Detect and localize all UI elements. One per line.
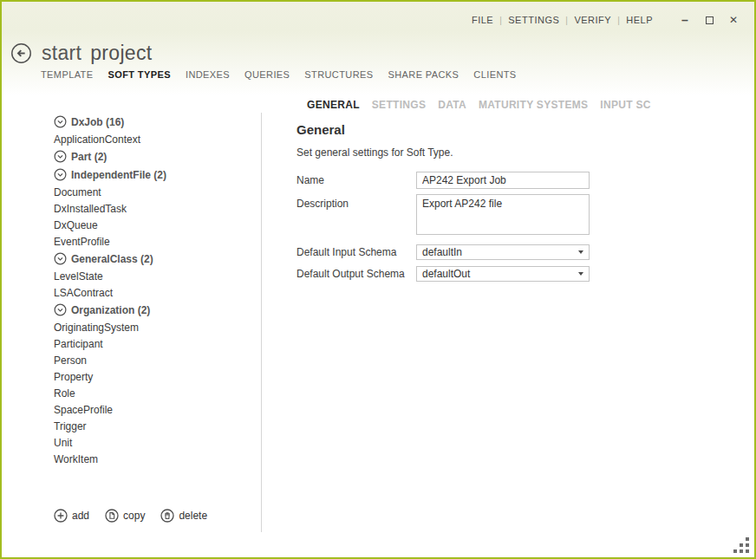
tree-group-generalclass[interactable]: GeneralClass (2) <box>54 250 253 268</box>
description-input[interactable]: Export AP242 file <box>416 194 590 235</box>
tab-settings[interactable]: SETTINGS <box>372 99 426 111</box>
default-output-schema-row: Default Output Schema defaultOut <box>297 266 590 282</box>
app-window: FILE | SETTINGS | VERIFY | HELP – ✕ star… <box>0 0 756 559</box>
tree-group-label: Part (2) <box>71 151 107 163</box>
page-title-secondary: project <box>90 42 152 64</box>
tab-soft-types[interactable]: SOFT TYPES <box>108 69 170 80</box>
tree-item-label: WorkItem <box>54 453 98 465</box>
tree-item-label: Trigger <box>54 420 87 432</box>
tab-clients[interactable]: CLIENTS <box>473 69 516 80</box>
tree-item-participant[interactable]: Participant <box>54 335 253 352</box>
description-row: Description Export AP242 file <box>297 194 590 235</box>
app-header: startproject <box>10 42 152 65</box>
menu-verify[interactable]: VERIFY <box>568 13 617 27</box>
tree-item-person[interactable]: Person <box>54 352 253 368</box>
tree-item-trigger[interactable]: Trigger <box>54 418 253 434</box>
tree-item-label: LevelState <box>54 270 103 283</box>
tab-general[interactable]: GENERAL <box>307 99 360 111</box>
tree-item-document[interactable]: Document <box>54 184 253 200</box>
tab-structures[interactable]: STRUCTURES <box>304 69 373 80</box>
resize-grip[interactable] <box>746 549 749 553</box>
tree-group-part[interactable]: Part (2) <box>54 147 253 166</box>
tree-item-applicationcontext[interactable]: ApplicationContext <box>54 131 253 147</box>
chevron-down-circle-icon[interactable] <box>54 115 67 128</box>
tree-item-label: Person <box>54 354 87 367</box>
tree-item-eventprofile[interactable]: EventProfile <box>54 233 253 250</box>
chevron-down-circle-icon[interactable] <box>54 252 67 265</box>
default-input-schema-row: Default Input Schema defaultIn <box>297 244 590 260</box>
tab-input-schemas[interactable]: INPUT SC <box>600 99 650 111</box>
tree-item-workitem[interactable]: WorkItem <box>54 451 253 467</box>
default-input-schema-select[interactable]: defaultIn <box>416 244 590 260</box>
tab-queries[interactable]: QUERIES <box>244 69 290 80</box>
default-output-schema-select[interactable]: defaultOut <box>416 266 590 282</box>
titlebar: FILE | SETTINGS | VERIFY | HELP – ✕ <box>466 11 746 29</box>
name-row: Name <box>297 172 590 189</box>
soft-type-tree: DxJob (16) ApplicationContext Part (2) I… <box>54 113 253 467</box>
tree-group-label: GeneralClass (2) <box>71 253 153 265</box>
menu-bar: FILE | SETTINGS | VERIFY | HELP <box>466 13 659 27</box>
tree-item-unit[interactable]: Unit <box>54 434 253 451</box>
minimize-button[interactable]: – <box>673 11 697 29</box>
tree-item-property[interactable]: Property <box>54 368 253 385</box>
tree-item-label: DxInstalledTask <box>54 203 127 215</box>
name-label: Name <box>297 174 416 186</box>
chevron-down-circle-icon[interactable] <box>54 150 67 163</box>
close-icon: ✕ <box>729 14 738 26</box>
maximize-icon <box>706 16 714 24</box>
tab-maturity-systems[interactable]: MATURITY SYSTEMS <box>479 99 588 111</box>
chevron-down-circle-icon[interactable] <box>54 168 67 181</box>
tree-group-organization[interactable]: Organization (2) <box>54 301 253 319</box>
tree-item-originatingsystem[interactable]: OriginatingSystem <box>54 319 253 335</box>
name-input[interactable] <box>416 172 590 189</box>
tree-item-levelstate[interactable]: LevelState <box>54 268 253 284</box>
back-button[interactable] <box>10 42 32 64</box>
page-title: startproject <box>42 42 152 65</box>
page-title-primary: start <box>42 42 81 64</box>
tab-data[interactable]: DATA <box>438 99 466 111</box>
trash-icon <box>160 509 174 523</box>
window-controls: – ✕ <box>673 11 746 29</box>
back-arrow-icon <box>10 42 32 64</box>
general-settings-form: Name Description Export AP242 file Defau… <box>297 172 590 282</box>
menu-help[interactable]: HELP <box>620 13 659 27</box>
menu-file[interactable]: FILE <box>466 13 499 27</box>
tree-item-label: ApplicationContext <box>54 133 140 146</box>
minimize-icon: – <box>681 17 688 23</box>
maximize-button[interactable] <box>697 11 721 29</box>
tab-share-packs[interactable]: SHARE PACKS <box>388 69 459 80</box>
copy-label: copy <box>123 510 145 522</box>
default-output-schema-value: defaultOut <box>422 268 470 280</box>
tree-item-dxinstalledtask[interactable]: DxInstalledTask <box>54 200 253 217</box>
close-button[interactable]: ✕ <box>721 11 746 29</box>
copy-button[interactable]: copy <box>105 509 145 523</box>
soft-type-tabs: GENERAL SETTINGS DATA MATURITY SYSTEMS I… <box>307 99 651 111</box>
tree-item-lsacontract[interactable]: LSAContract <box>54 284 253 301</box>
default-input-schema-label: Default Input Schema <box>297 246 416 258</box>
tree-item-label: Role <box>54 387 75 400</box>
tree-item-role[interactable]: Role <box>54 385 253 401</box>
tree-item-label: Participant <box>54 338 103 350</box>
chevron-down-circle-icon[interactable] <box>54 303 67 316</box>
tree-item-label: OriginatingSystem <box>54 322 139 334</box>
delete-label: delete <box>179 510 207 522</box>
panel-divider <box>261 113 262 532</box>
add-button[interactable]: add <box>54 509 89 523</box>
section-description: Set general settings for Soft Type. <box>297 146 453 159</box>
tree-group-dxjob[interactable]: DxJob (16) <box>54 113 253 131</box>
section-heading: General <box>297 122 345 137</box>
tree-actions: add copy delete <box>54 509 207 523</box>
tree-item-label: SpaceProfile <box>54 404 113 416</box>
tab-indexes[interactable]: INDEXES <box>186 69 230 80</box>
copy-document-icon <box>105 509 119 523</box>
tree-item-spaceprofile[interactable]: SpaceProfile <box>54 401 253 418</box>
tree-item-label: EventProfile <box>54 236 110 248</box>
tree-item-label: Document <box>54 186 101 198</box>
menu-settings[interactable]: SETTINGS <box>502 13 565 27</box>
tree-item-dxqueue[interactable]: DxQueue <box>54 217 253 233</box>
delete-button[interactable]: delete <box>160 509 207 523</box>
tree-group-independentfile[interactable]: IndependentFile (2) <box>54 166 253 184</box>
tab-template[interactable]: TEMPLATE <box>41 69 93 80</box>
tree-group-label: DxJob (16) <box>71 116 124 128</box>
description-label: Description <box>297 194 416 210</box>
